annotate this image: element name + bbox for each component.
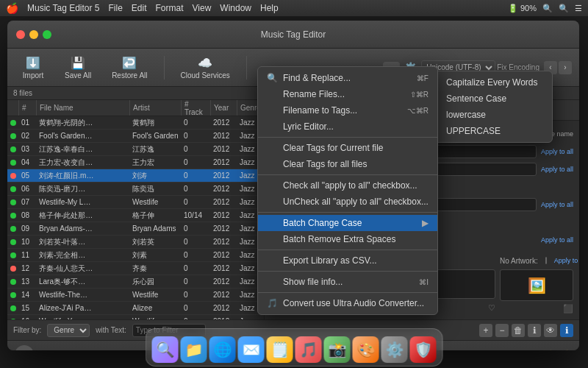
- menu-item-convert-use-ultra-audio-converter-[interactable]: 🎵Convert use Ultra Audio Converter...: [258, 295, 437, 311]
- album-artist-apply-btn[interactable]: Apply to all: [541, 166, 573, 173]
- table-row[interactable]: 01 黄鹤翔-光阴的… 黄鹤翔 0 2012 Jazz: [7, 116, 264, 130]
- dock-sketch[interactable]: 🎨: [353, 336, 379, 363]
- dock-notes[interactable]: 🗒️: [267, 336, 293, 363]
- edit-menu[interactable]: Edit: [132, 3, 147, 13]
- info-button[interactable]: ℹ: [528, 324, 541, 337]
- traffic-lights: [16, 30, 51, 39]
- table-row[interactable]: 05 刘涛-红颜旧.m… 刘涛 0 2012 Jazz: [7, 169, 264, 183]
- table-row[interactable]: 03 江苏逸-幸春白… 江苏逸 0 2012 Jazz: [7, 143, 264, 156]
- restore-all-button[interactable]: ↩️ Restore All: [104, 53, 154, 82]
- cloud-services-button[interactable]: ☁️ Cloud Services: [173, 53, 237, 82]
- dock-photos[interactable]: 📸: [324, 336, 351, 363]
- release-apply-btn[interactable]: Apply to all: [541, 236, 573, 244]
- with-text-label: with Text:: [96, 326, 126, 334]
- row-num: 05: [19, 171, 37, 180]
- delete-file-button[interactable]: 🗑: [512, 324, 525, 337]
- artwork-apply-btn[interactable]: Apply to All: [554, 257, 579, 264]
- window-menu[interactable]: Window: [220, 3, 251, 13]
- help-menu[interactable]: Help: [260, 3, 279, 13]
- artwork-checkbox[interactable]: [545, 257, 547, 264]
- menu-item-find-replace-[interactable]: 🔍Find & Replace...⌘F: [258, 70, 437, 86]
- submenu-item-lowercase[interactable]: lowercase: [421, 107, 552, 123]
- col-header-year[interactable]: Year: [211, 100, 237, 116]
- info2-button[interactable]: ℹ: [560, 324, 573, 337]
- menu-item-clear-tags-for-current-file[interactable]: Clear Tags for Current file: [258, 140, 437, 156]
- filter-genre-select[interactable]: Genre: [47, 324, 90, 337]
- menu-item-batch-change-case[interactable]: Batch Change Case▶: [258, 215, 437, 231]
- apple-menu[interactable]: 🍎: [6, 2, 18, 14]
- menu-item-rename-files-[interactable]: Rename Files...⇧⌘R: [258, 86, 437, 102]
- format-menu[interactable]: Format: [156, 3, 184, 13]
- toolbar-separator-2: [246, 56, 247, 79]
- table-row[interactable]: 15 Alizee-J'Ai Pa… Alizee 0 2012 Jazz: [7, 302, 264, 315]
- menu-item-label: Convert use Ultra Audio Converter...: [283, 298, 424, 308]
- grouping-apply-btn[interactable]: Apply to all: [541, 201, 573, 208]
- table-row[interactable]: 08 格子伸-此处那… 格子伸 10/14 2012 Jazz: [7, 209, 264, 222]
- dock-settings[interactable]: ⚙️: [381, 336, 408, 363]
- menu-item-label: Export Library as CSV...: [283, 255, 377, 266]
- submenu: Capitalize Every WordsSentence Caselower…: [420, 71, 553, 143]
- menu-item-lyric-editor-[interactable]: Lyric Editor...: [258, 118, 437, 135]
- play-button[interactable]: ▶: [15, 345, 34, 351]
- spotlight-icon[interactable]: 🔍: [559, 4, 569, 13]
- menu-item-batch-remove-extra-spaces[interactable]: Batch Remove Extra Spaces: [258, 231, 437, 247]
- add-file-button[interactable]: +: [479, 324, 492, 337]
- table-row[interactable]: 07 Westlife-My L… Westlife 0 2012 Jazz: [7, 196, 264, 209]
- minimize-button[interactable]: [29, 30, 38, 39]
- control-center-icon[interactable]: ☰: [575, 4, 582, 13]
- submenu-item-label: lowercase: [446, 110, 486, 120]
- table-row[interactable]: 10 刘若英-叶落… 刘若英 0 2012 Jazz: [7, 236, 264, 249]
- table-row[interactable]: 12 齐秦-仙人悲天… 齐秦 0 2012 Jazz: [7, 262, 264, 275]
- dock-music[interactable]: 🎵: [295, 336, 322, 363]
- table-row[interactable]: 09 Bryan Adams-… Bryan Adams 0 2012 Jazz: [7, 222, 264, 236]
- col-header-track[interactable]: # Track: [182, 100, 211, 116]
- maximize-button[interactable]: [43, 30, 51, 39]
- remove-file-button[interactable]: −: [495, 324, 509, 337]
- menu-item-clear-tags-for-all-files[interactable]: Clear Tags for all files: [258, 156, 437, 172]
- table-row[interactable]: 02 Fool's Garden… Fool's Garden 0 2012 J…: [7, 130, 264, 143]
- row-artist: Westlife: [130, 198, 182, 206]
- col-header-artist[interactable]: Artist: [130, 100, 182, 116]
- dock-security[interactable]: 🛡️: [410, 336, 437, 363]
- table-row[interactable]: 11 刘素-完全相… 刘素 0 2012 Jazz: [7, 249, 264, 262]
- artwork-action-icon[interactable]: ⬛: [563, 304, 573, 314]
- file-list-body[interactable]: 01 黄鹤翔-光阴的… 黄鹤翔 0 2012 Jazz 02 Fool's Ga…: [7, 116, 264, 319]
- menu-item-shortcut: ⌘F: [417, 74, 429, 82]
- dock-globe[interactable]: 🌐: [209, 336, 236, 363]
- table-row[interactable]: 06 陈奕迅-磨刀… 陈奕迅 0 2012 Jazz: [7, 183, 264, 196]
- row-year: 2012: [211, 264, 237, 272]
- menu-item-check-all-apply-to-all-checkbox-[interactable]: Check all "apply to all" checkbox...: [258, 177, 437, 194]
- menu-item-uncheck-all-apply-to-all-checkbox-[interactable]: UnCheck all "apply to all" checkbox...: [258, 194, 437, 210]
- menu-item-show-file-info-[interactable]: Show file info...⌘I: [258, 274, 437, 290]
- row-filename: Westlife-The…: [37, 291, 130, 299]
- menu-item-filename-to-tags-[interactable]: Filename to Tags...⌥⌘R: [258, 102, 437, 118]
- table-row[interactable]: 04 王力宏-改变自… 王力宏 0 2012 Jazz: [7, 156, 264, 169]
- submenu-item-uppercase[interactable]: UPPERCASE: [421, 123, 552, 139]
- eye-button[interactable]: 👁: [544, 324, 557, 337]
- view-menu[interactable]: View: [193, 3, 212, 13]
- save-all-button[interactable]: 💾 Save All: [57, 53, 98, 82]
- dock-siri[interactable]: 🔍: [152, 336, 179, 363]
- artwork-area[interactable]: 🖼️: [500, 269, 573, 301]
- row-artist: 江苏逸: [130, 144, 182, 155]
- col-header-num[interactable]: #: [19, 100, 37, 116]
- table-row[interactable]: 14 Westlife-The… Westlife 0 2012 Jazz: [7, 289, 264, 302]
- menu-item-export-library-as-csv-[interactable]: Export Library as CSV...: [258, 252, 437, 269]
- clock: 🔍: [542, 4, 553, 13]
- col-header-name[interactable]: File Name: [37, 100, 130, 116]
- import-button[interactable]: ⬇️ Import: [15, 53, 51, 82]
- status-dot-cell: [7, 239, 19, 245]
- app-menu-name[interactable]: Music Tag Editor 5: [27, 3, 100, 13]
- nav-right-button[interactable]: ›: [559, 61, 572, 74]
- close-button[interactable]: [16, 30, 25, 39]
- submenu-item-sentence-case[interactable]: Sentence Case: [421, 91, 552, 107]
- submenu-item-capitalize-every-words[interactable]: Capitalize Every Words: [421, 74, 552, 91]
- file-menu[interactable]: File: [109, 3, 123, 13]
- artist-apply-btn[interactable]: Apply to all: [541, 148, 573, 155]
- row-num: 13: [19, 277, 37, 286]
- lyric-heart-icon[interactable]: ♡: [488, 303, 495, 313]
- table-row[interactable]: 16 Westlife-You… Westlife 0 2012 Jazz: [7, 315, 264, 319]
- dock-finder[interactable]: 📁: [181, 336, 207, 363]
- dock-mail[interactable]: ✉️: [238, 336, 265, 363]
- table-row[interactable]: 13 Lara奥-够不… 乐心园 0 2012 Jazz: [7, 275, 264, 289]
